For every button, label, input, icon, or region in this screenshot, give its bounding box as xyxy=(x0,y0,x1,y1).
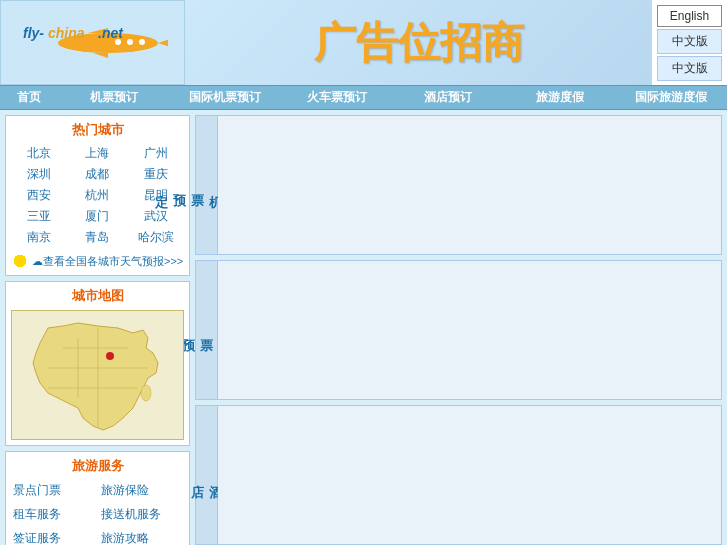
logo-area: fly- china .net xyxy=(0,0,185,85)
nav-item-0[interactable]: 首页 xyxy=(0,85,58,110)
service-link-item[interactable]: 签证服务 xyxy=(11,528,96,545)
service-links: 景点门票旅游保险租车服务接送机服务签证服务旅游攻略 xyxy=(11,480,184,545)
nav-item-6[interactable]: 国际旅游度假 xyxy=(615,85,727,110)
map-title: 城市地图 xyxy=(11,287,184,305)
svg-point-5 xyxy=(127,39,133,45)
right-box-label-1: 火 车 票 预 定 xyxy=(196,261,218,399)
right-box-2: 酒 店 xyxy=(195,405,722,545)
svg-point-6 xyxy=(139,39,145,45)
right-box-label-0: 国 内 机 票 预 定 xyxy=(196,116,218,254)
service-link-item[interactable]: 旅游保险 xyxy=(99,480,184,501)
city-item[interactable]: 上海 xyxy=(69,144,125,163)
weather-link-text[interactable]: ☁查看全国各城市天气预报>>> xyxy=(32,254,183,269)
hot-cities-title: 热门城市 xyxy=(11,121,184,139)
service-title: 旅游服务 xyxy=(11,457,184,475)
left-panel: 热门城市 北京上海广州深圳成都重庆西安杭州昆明三亚厦门武汉南京青岛哈尔滨 ☁查看… xyxy=(5,115,190,545)
main-content: 热门城市 北京上海广州深圳成都重庆西安杭州昆明三亚厦门武汉南京青岛哈尔滨 ☁查看… xyxy=(0,110,727,545)
right-box-content-2[interactable] xyxy=(218,406,721,544)
right-box-content-0[interactable] xyxy=(218,116,721,254)
china-map-svg xyxy=(28,318,168,433)
lang-buttons: English 中文版 中文版 xyxy=(652,0,727,85)
lang-chinese1-button[interactable]: 中文版 xyxy=(657,29,722,54)
lang-chinese2-button[interactable]: 中文版 xyxy=(657,56,722,81)
right-panel: 国 内 机 票 预 定火 车 票 预 定酒 店 xyxy=(195,115,722,545)
city-item[interactable]: 哈尔滨 xyxy=(128,228,184,247)
city-item[interactable]: 南京 xyxy=(11,228,67,247)
map-area[interactable] xyxy=(11,310,184,440)
right-box-label-2: 酒 店 xyxy=(196,406,218,544)
svg-point-11 xyxy=(106,352,114,360)
service-link-item[interactable]: 景点门票 xyxy=(11,480,96,501)
svg-marker-3 xyxy=(93,53,108,58)
nav-bar: 首页机票预订国际机票预订火车票预订酒店预订旅游度假国际旅游度假 xyxy=(0,85,727,110)
banner-text: 广告位招商 xyxy=(314,15,524,71)
nav-item-3[interactable]: 火车票预订 xyxy=(281,85,393,110)
city-item[interactable]: 厦门 xyxy=(69,207,125,226)
city-item[interactable]: 杭州 xyxy=(69,186,125,205)
weather-icon xyxy=(11,252,29,270)
city-item[interactable]: 北京 xyxy=(11,144,67,163)
service-box: 旅游服务 景点门票旅游保险租车服务接送机服务签证服务旅游攻略 xyxy=(5,451,190,545)
city-item[interactable]: 重庆 xyxy=(128,165,184,184)
svg-text:china: china xyxy=(48,25,85,41)
cities-grid: 北京上海广州深圳成都重庆西安杭州昆明三亚厦门武汉南京青岛哈尔滨 xyxy=(11,144,184,247)
hot-cities-box: 热门城市 北京上海广州深圳成都重庆西安杭州昆明三亚厦门武汉南京青岛哈尔滨 ☁查看… xyxy=(5,115,190,276)
svg-marker-1 xyxy=(158,38,168,48)
right-box-content-1[interactable] xyxy=(218,261,721,399)
city-item[interactable]: 西安 xyxy=(11,186,67,205)
right-box-0: 国 内 机 票 预 定 xyxy=(195,115,722,255)
nav-item-2[interactable]: 国际机票预订 xyxy=(169,85,281,110)
nav-item-5[interactable]: 旅游度假 xyxy=(504,85,616,110)
lang-english-button[interactable]: English xyxy=(657,5,722,27)
header: fly- china .net 广告位招商 English 中文版 中文版 xyxy=(0,0,727,85)
service-link-item[interactable]: 旅游攻略 xyxy=(99,528,184,545)
service-link-item[interactable]: 租车服务 xyxy=(11,504,96,525)
service-link-item[interactable]: 接送机服务 xyxy=(99,504,184,525)
svg-point-10 xyxy=(141,385,151,401)
weather-link[interactable]: ☁查看全国各城市天气预报>>> xyxy=(11,252,184,270)
city-item[interactable]: 成都 xyxy=(69,165,125,184)
city-item[interactable]: 深圳 xyxy=(11,165,67,184)
banner-area: 广告位招商 xyxy=(185,0,652,85)
nav-item-1[interactable]: 机票预订 xyxy=(58,85,170,110)
city-item[interactable]: 青岛 xyxy=(69,228,125,247)
right-box-1: 火 车 票 预 定 xyxy=(195,260,722,400)
map-box: 城市地图 xyxy=(5,281,190,446)
logo-svg: fly- china .net xyxy=(18,13,168,73)
nav-item-4[interactable]: 酒店预订 xyxy=(392,85,504,110)
city-item[interactable]: 昆明 xyxy=(128,186,184,205)
city-item[interactable]: 三亚 xyxy=(11,207,67,226)
city-item[interactable]: 广州 xyxy=(128,144,184,163)
city-item[interactable]: 武汉 xyxy=(128,207,184,226)
svg-text:.net: .net xyxy=(98,25,124,41)
svg-text:fly-: fly- xyxy=(23,25,44,41)
